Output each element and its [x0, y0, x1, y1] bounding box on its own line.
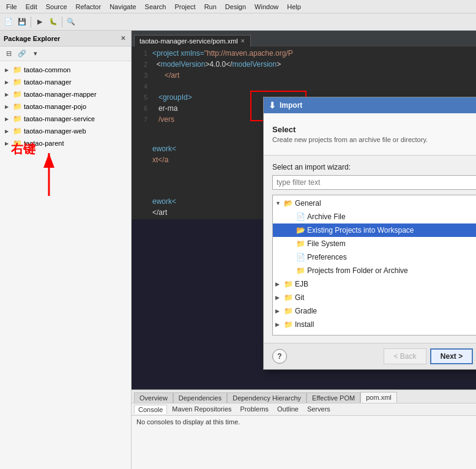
- console-content: No consoles to display at this time.: [132, 416, 476, 469]
- dialog-footer: ? < Back Next > Finish Cancel: [264, 343, 476, 369]
- next-button[interactable]: Next >: [430, 348, 473, 364]
- back-button[interactable]: < Back: [384, 348, 426, 364]
- problems-tab[interactable]: Problems: [237, 405, 272, 414]
- panel-header: Package Explorer ✕: [0, 31, 131, 47]
- tab-dependencies[interactable]: Dependencies: [173, 392, 227, 403]
- console-tabs: Console Maven Repositories Problems Outl…: [132, 403, 476, 416]
- wizard-item-preferences[interactable]: ▶ 📄 Preferences: [273, 250, 476, 264]
- tab-overview[interactable]: Overview: [134, 392, 173, 403]
- wizard-item-javaee[interactable]: ▶ 📁 Java EE: [273, 331, 476, 336]
- menu-search[interactable]: Search: [141, 2, 170, 12]
- tab-pom-xml[interactable]: pom.xml: [360, 392, 397, 403]
- menu-window[interactable]: Window: [251, 2, 282, 12]
- dialog-header-title: Select: [272, 125, 476, 134]
- import-dialog[interactable]: ⬇ Import ─ □ ✕ Select Create new project…: [263, 97, 476, 370]
- menu-run[interactable]: Run: [201, 2, 220, 12]
- wizard-item-install[interactable]: ▶ 📁 Install: [273, 318, 476, 331]
- menu-navigate[interactable]: Navigate: [106, 2, 139, 12]
- console-tab[interactable]: Console: [134, 405, 167, 414]
- menu-source[interactable]: Source: [42, 2, 71, 12]
- wizard-tree-list[interactable]: ▼ 📂 General ▶ 📄 Archive File ▶: [272, 195, 476, 336]
- xml-line-3: 3 </art: [132, 70, 476, 81]
- toolbar-save[interactable]: 💾: [16, 16, 28, 28]
- menu-refactor[interactable]: Refactor: [72, 2, 105, 12]
- tree-item-taotao-manager-mapper[interactable]: ▶ 📁 taotao-manager-mapper: [0, 88, 131, 100]
- wizard-item-archive-file[interactable]: ▶ 📄 Archive File: [273, 210, 476, 223]
- wizard-item-projects-folder[interactable]: ▶ 📁 Projects from Folder or Archive: [273, 264, 476, 277]
- xml-line-2: 2 <modelVersion>4.0.0</modelVersion>: [132, 59, 476, 70]
- toolbar-sep2: [62, 17, 62, 28]
- wizard-item-ejb[interactable]: ▶ 📁 EJB: [273, 277, 476, 291]
- dialog-body: Select an import wizard: ▼ 📂 General ▶ 📄: [264, 156, 476, 343]
- xml-line-1: 1 <project xmlns="http://maven.apache.or…: [132, 48, 476, 59]
- menu-edit[interactable]: Edit: [22, 2, 41, 12]
- editor-tab-pom-close[interactable]: ✕: [240, 38, 245, 44]
- bottom-area: Overview Dependencies Dependency Hierarc…: [132, 389, 476, 469]
- wizard-label: Select an import wizard:: [272, 163, 476, 171]
- tree-item-taotao-common[interactable]: ▶ 📁 taotao-common: [0, 64, 131, 76]
- main-layout: Package Explorer ✕ ⊟ 🔗 ▾ ▶ 📁 taotao-comm…: [0, 31, 476, 469]
- link-editor-btn[interactable]: 🔗: [16, 48, 28, 60]
- editor-tab-pom-label: taotao-manager-service/pom.xml: [139, 37, 238, 45]
- toolbar: 📄 💾 ▶ 🐛 🔍: [0, 13, 476, 31]
- menu-project[interactable]: Project: [171, 2, 199, 12]
- maven-repositories-tab[interactable]: Maven Repositories: [168, 405, 235, 414]
- wizard-item-general[interactable]: ▼ 📂 General: [273, 197, 476, 210]
- menu-bar: File Edit Source Refactor Navigate Searc…: [0, 0, 476, 13]
- outline-tab[interactable]: Outline: [273, 405, 302, 414]
- help-button[interactable]: ?: [272, 349, 287, 364]
- servers-tab[interactable]: Servers: [303, 405, 334, 414]
- dialog-header: Select Create new projects from an archi…: [264, 113, 476, 156]
- tab-effective-pom[interactable]: Effective POM: [307, 392, 360, 403]
- tree-item-taotao-manager-pojo[interactable]: ▶ 📁 taotao-manager-pojo: [0, 100, 131, 113]
- tree-item-taotao-manager[interactable]: ▶ 📁 taotao-manager: [0, 76, 131, 88]
- wizard-item-existing-projects[interactable]: ▶ 📂 Existing Projects into Workspace: [273, 223, 476, 237]
- editor-tab-pom[interactable]: taotao-manager-service/pom.xml ✕: [134, 35, 251, 47]
- bottom-tabs: Overview Dependencies Dependency Hierarc…: [132, 390, 476, 403]
- menu-design[interactable]: Design: [221, 2, 250, 12]
- dialog-header-text: Select Create new projects from an archi…: [272, 125, 476, 143]
- wizard-item-git[interactable]: ▶ 📁 Git: [273, 291, 476, 304]
- wizard-item-gradle[interactable]: ▶ 📁 Gradle: [273, 304, 476, 318]
- toolbar-debug[interactable]: 🐛: [47, 16, 59, 28]
- editor-tab-bar: taotao-manager-service/pom.xml ✕: [132, 31, 476, 47]
- dialog-title-bar: ⬇ Import ─ □ ✕: [264, 97, 476, 113]
- right-panel: taotao-manager-service/pom.xml ✕ 1 <proj…: [132, 31, 476, 469]
- toolbar-search[interactable]: 🔍: [65, 16, 77, 28]
- toolbar-sep1: [31, 17, 31, 28]
- panel-menu-btn[interactable]: ▾: [29, 48, 42, 60]
- dialog-title-text: Import: [280, 101, 476, 110]
- dialog-title-icon: ⬇: [269, 100, 276, 110]
- collapse-all-btn[interactable]: ⊟: [2, 48, 15, 60]
- tree-item-taotao-manager-web[interactable]: ▶ 📁 taotao-manager-web: [0, 125, 131, 137]
- menu-file[interactable]: File: [2, 2, 21, 12]
- panel-close-btn[interactable]: ✕: [119, 34, 127, 43]
- filter-input[interactable]: [272, 175, 476, 190]
- tab-dependency-hierarchy[interactable]: Dependency Hierarchy: [227, 392, 307, 403]
- wizard-item-file-system[interactable]: ▶ 📁 File System: [273, 237, 476, 250]
- xml-line-4: 4: [132, 81, 476, 92]
- panel-toolbar: ⊟ 🔗 ▾: [0, 47, 131, 61]
- project-tree[interactable]: ▶ 📁 taotao-common ▶ 📁 taotao-manager ▶ 📁…: [0, 61, 131, 469]
- tree-item-taotao-manager-service[interactable]: ▶ 📁 taotao-manager-service: [0, 113, 131, 125]
- tree-item-taotao-parent[interactable]: ▶ 📁 taotao-parent: [0, 137, 131, 149]
- toolbar-new[interactable]: 📄: [2, 16, 15, 28]
- toolbar-run[interactable]: ▶: [34, 16, 46, 28]
- menu-help[interactable]: Help: [283, 2, 305, 12]
- dialog-header-desc: Create new projects from an archive file…: [272, 136, 476, 143]
- package-explorer-panel: Package Explorer ✕ ⊟ 🔗 ▾ ▶ 📁 taotao-comm…: [0, 31, 132, 469]
- console-message: No consoles to display at this time.: [136, 418, 240, 426]
- package-explorer-title: Package Explorer: [4, 35, 116, 42]
